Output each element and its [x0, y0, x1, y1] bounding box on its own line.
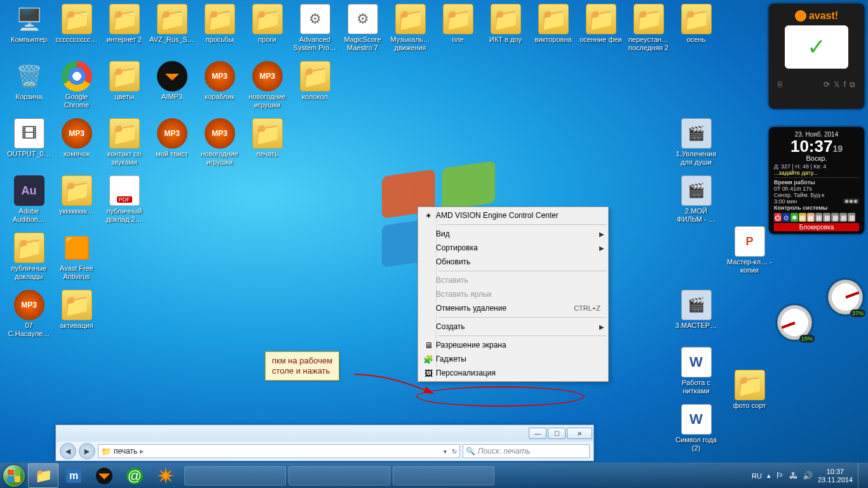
desktop-icon[interactable]: мой твист — [148, 118, 196, 158]
minimize-button[interactable]: — — [529, 428, 546, 439]
desktop-icon[interactable]: новогодние игрушки — [196, 118, 243, 166]
explorer-window[interactable]: — ☐ ✕ ◄ ► 📁 печать ▸ ▾ ↻ 🔍 Поиск: печать — [55, 424, 594, 461]
desktop-icon[interactable]: печать — [243, 118, 291, 158]
desktop-icon-label: AIMP3 — [161, 93, 182, 101]
close-button[interactable]: ✕ — [567, 428, 592, 439]
show-desktop-button[interactable] — [858, 463, 864, 489]
doc-icon — [681, 404, 712, 435]
desktop-icon[interactable]: хомячок — [53, 118, 100, 158]
pinned-explorer[interactable]: 📁 — [28, 463, 58, 488]
menu-item[interactable]: 🖥Разрешение экрана — [419, 338, 607, 352]
volume-icon[interactable]: 🔊 — [803, 471, 813, 480]
taskbar-clock[interactable]: 10:37 23.11.2014 — [818, 468, 853, 484]
cpu-meter-gadget[interactable]: 37% — [828, 280, 863, 315]
desktop-icon[interactable]: интернет 2 — [100, 4, 148, 44]
desktop-icon[interactable]: Adobe Audition… — [5, 175, 53, 224]
start-button[interactable] — [0, 463, 28, 489]
menu-item[interactable]: 🧩Гаджеты — [419, 352, 607, 366]
desktop-icon[interactable]: оле — [434, 4, 482, 44]
pinned-amd[interactable]: ✴️ — [150, 463, 180, 488]
desktop-icon[interactable]: цветы — [100, 61, 148, 101]
language-indicator[interactable]: RU — [752, 472, 762, 480]
nav-forward-button[interactable]: ► — [79, 443, 95, 459]
desktop-icon[interactable]: викторовна — [529, 4, 577, 44]
desktop-icon[interactable]: контакт со звуками — [100, 118, 148, 166]
desktop-icon[interactable]: фото сорт — [726, 370, 773, 410]
desktop-icon[interactable]: просьбы — [196, 4, 243, 44]
desktop-icon[interactable]: Google Chrome — [53, 61, 100, 109]
task-item[interactable] — [184, 466, 286, 485]
desktop-icon-label: сссссссссс… — [56, 36, 98, 44]
desktop-icon-label: ИКТ в доу — [489, 36, 522, 44]
desktop-icon[interactable]: MagicScore Maestro 7 — [339, 4, 386, 52]
ram-meter-gadget[interactable]: 15% — [777, 305, 812, 340]
svg-rect-1 — [442, 161, 496, 210]
folder-icon — [443, 4, 473, 34]
desktop-icon[interactable]: Работа с нитками — [672, 347, 720, 395]
desktop-icon[interactable]: AIMP3 — [148, 61, 196, 101]
desktop-icon[interactable]: переустан… последняя 2 — [625, 4, 672, 52]
facebook-icon[interactable]: f — [844, 80, 846, 89]
desktop-icon[interactable]: колокол — [291, 61, 339, 101]
desktop-icon[interactable]: Музыкаль… движения — [386, 4, 434, 52]
desktop-icon[interactable]: публичный доклад 2… — [100, 175, 148, 224]
avast-gadget[interactable]: avast! ✓ ⎘ ⟳ 𝕏 f ⧉ — [769, 4, 864, 109]
desktop-icon[interactable]: Мастер-кл… - копия — [726, 226, 773, 274]
explorer-titlebar[interactable]: — ☐ ✕ — [56, 425, 593, 442]
desktop-icon[interactable]: 1.Увлечения для души — [672, 118, 720, 166]
menu-item[interactable]: Обновить — [419, 255, 607, 269]
desktop-icon[interactable]: Компьютер — [5, 4, 53, 44]
network-icon[interactable]: 🖧 — [789, 471, 797, 480]
desktop-icon[interactable]: осенние феи — [577, 4, 625, 44]
chrome-icon — [62, 61, 92, 92]
desktop-icon[interactable]: укккккккк… — [53, 175, 100, 215]
folder-icon — [62, 290, 92, 320]
pinned-aimp[interactable]: ◥◤ — [89, 463, 119, 488]
rss-icon[interactable]: ⧉ — [850, 80, 855, 89]
menu-item[interactable]: ✴AMD VISION Engine Control Center — [419, 208, 607, 222]
desktop-icon[interactable]: ИКТ в доу — [482, 4, 529, 44]
nav-back-button[interactable]: ◄ — [60, 443, 76, 459]
desktop-icon[interactable]: кораблик — [196, 61, 243, 101]
desktop-icon-label: просьбы — [206, 36, 234, 44]
maximize-button[interactable]: ☐ — [548, 428, 566, 439]
menu-item[interactable]: Сортировка▶ — [419, 241, 607, 255]
menu-item[interactable]: Вид▶ — [419, 227, 607, 241]
twitter-icon[interactable]: 𝕏 — [834, 80, 840, 89]
desktop-icon[interactable]: публичные доклады — [5, 233, 53, 281]
desktop-icon[interactable]: новогодние игрушки — [243, 61, 291, 109]
task-item[interactable] — [393, 466, 494, 485]
desktop-icon[interactable]: 2.МОЙ ФИЛЬМ - … — [672, 175, 720, 224]
desktop-icon[interactable]: 3.МАСТЕР… — [672, 290, 720, 330]
desktop-icon[interactable]: осень — [672, 4, 720, 44]
explorer-search[interactable]: 🔍 Поиск: печать — [463, 444, 590, 458]
address-bar[interactable]: 📁 печать ▸ ▾ ↻ — [98, 444, 460, 458]
desktop-icon[interactable]: проги — [243, 4, 291, 44]
desktop-icon[interactable]: Символ года (2) — [672, 404, 720, 452]
desktop-icon[interactable]: Advanced System Pro… — [291, 4, 339, 52]
system-tray[interactable]: RU ▴ 🏳 🖧 🔊 10:37 23.11.2014 — [752, 463, 868, 489]
mp3-icon — [205, 61, 235, 92]
exe-icon — [348, 4, 378, 34]
desktop-icon[interactable]: 07 С.Насауле… — [5, 290, 53, 338]
desktop-icon[interactable]: активация — [53, 290, 100, 330]
taskbar[interactable]: 📁 m ◥◤ @ ✴️ RU ▴ 🏳 🖧 🔊 10:37 23.11.2014 — [0, 463, 868, 488]
popout-icon[interactable]: ⎘ — [778, 80, 782, 89]
action-center-icon[interactable]: 🏳 — [776, 471, 784, 480]
menu-item[interactable]: 🖼Персонализация — [419, 366, 607, 380]
pinned-maxthon[interactable]: m — [58, 463, 89, 488]
desktop-icon[interactable]: OUTPUT_0… — [5, 118, 53, 158]
refresh-icon[interactable]: ⟳ — [824, 80, 830, 89]
pinned-mailru[interactable]: @ — [119, 463, 150, 488]
desktop-icon-label: 2.МОЙ ФИЛЬМ - … — [673, 207, 720, 224]
desktop-icon[interactable]: AVZ_Rus_S… — [148, 4, 196, 44]
tray-overflow-icon[interactable]: ▴ — [767, 471, 771, 480]
desktop-icon[interactable]: Avast Free Antivirus — [53, 233, 100, 281]
desktop-icon[interactable]: Корзина — [5, 61, 53, 101]
menu-item[interactable]: Отменить удалениеCTRL+Z — [419, 301, 607, 315]
task-item[interactable] — [288, 466, 390, 485]
desktop-icon-label: MagicScore Maestro 7 — [339, 36, 386, 52]
desktop-icon[interactable]: сссссссссс… — [53, 4, 100, 44]
clock-gadget[interactable]: 23. Нояб. 2014 10:3719 Воскр. Д: 327 | Н… — [769, 127, 864, 234]
menu-item[interactable]: Создать▶ — [419, 320, 607, 334]
